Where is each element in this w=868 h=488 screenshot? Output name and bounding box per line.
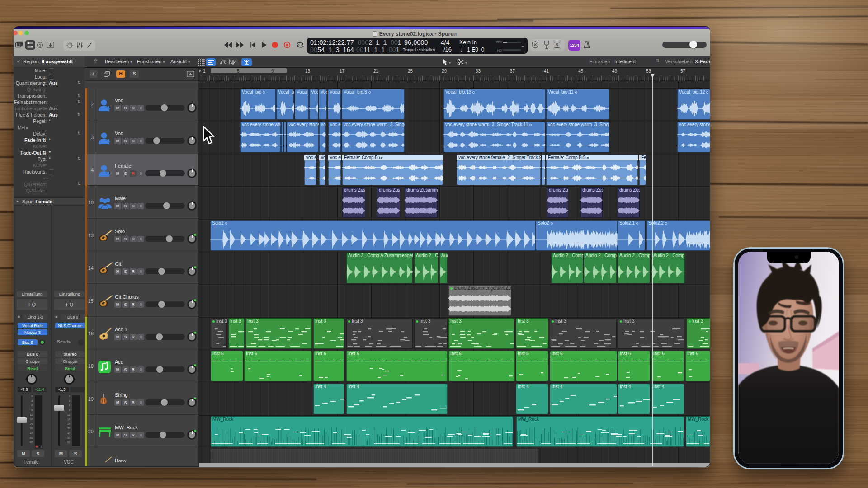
svg-text:♪: ♪ bbox=[19, 42, 21, 46]
